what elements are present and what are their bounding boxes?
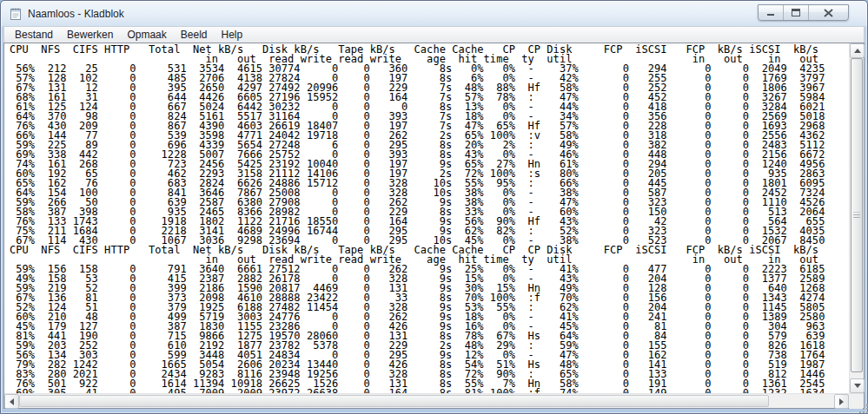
scroll-up-button[interactable] xyxy=(850,43,865,58)
client-area: CPU NFS CIFS HTTP Total Net kB/s Disk kB… xyxy=(3,43,865,409)
horizontal-scroll-thumb[interactable] xyxy=(19,395,769,407)
menu-bar: Bestand Bewerken Opmaak Beeld Help xyxy=(3,26,865,43)
vertical-scroll-thumb[interactable] xyxy=(851,58,863,372)
notepad-window: Naamloos - Kladblok Bestand Bewerken Opm… xyxy=(0,0,868,414)
menu-help[interactable]: Help xyxy=(214,27,249,43)
title-bar[interactable]: Naamloos - Kladblok xyxy=(1,1,867,26)
menu-opmaak[interactable]: Opmaak xyxy=(120,27,173,43)
minimize-button[interactable] xyxy=(759,5,784,20)
window-controls xyxy=(758,4,849,21)
menu-bewerken[interactable]: Bewerken xyxy=(60,27,120,43)
scroll-down-button[interactable] xyxy=(850,378,865,393)
menu-beeld[interactable]: Beeld xyxy=(174,27,215,43)
horizontal-scrollbar[interactable] xyxy=(4,394,849,408)
minimize-icon xyxy=(766,9,775,16)
text-area[interactable]: CPU NFS CIFS HTTP Total Net kB/s Disk kB… xyxy=(4,43,849,393)
scroll-left-button[interactable] xyxy=(4,394,19,409)
maximize-icon xyxy=(792,9,800,16)
vertical-scroll-track[interactable] xyxy=(850,58,864,378)
vertical-scrollbar[interactable] xyxy=(849,43,864,393)
menu-bestand[interactable]: Bestand xyxy=(8,27,60,43)
arrow-down-icon xyxy=(854,384,861,388)
scroll-right-button[interactable] xyxy=(834,394,849,409)
app-frame: Bestand Bewerken Opmaak Beeld Help CPU N… xyxy=(3,26,865,409)
notepad-icon xyxy=(9,7,23,21)
maximize-button[interactable] xyxy=(784,5,809,20)
close-button[interactable] xyxy=(809,5,848,20)
window-title: Naamloos - Kladblok xyxy=(28,8,124,20)
resize-grip-icon xyxy=(859,404,861,406)
close-icon xyxy=(824,9,833,17)
arrow-right-icon xyxy=(839,398,844,405)
arrow-up-icon xyxy=(854,49,861,53)
arrow-left-icon xyxy=(10,398,14,405)
resize-grip[interactable] xyxy=(849,394,864,409)
horizontal-scroll-track[interactable] xyxy=(19,394,834,408)
